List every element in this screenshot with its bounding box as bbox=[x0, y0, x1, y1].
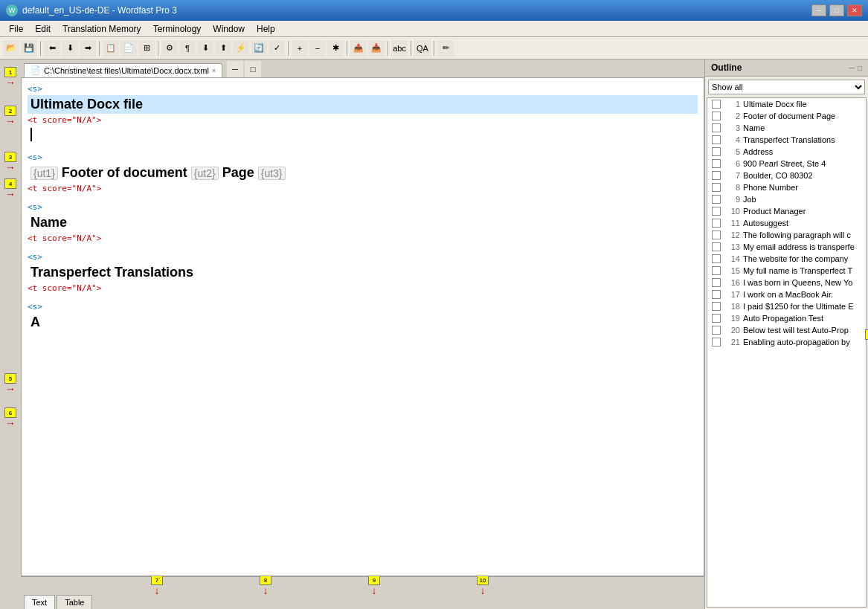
outline-check-16[interactable] bbox=[712, 278, 721, 287]
menu-file[interactable]: File bbox=[3, 22, 29, 36]
tool-open[interactable]: 📂 bbox=[3, 40, 19, 57]
tool-next-seg[interactable]: ⬇ bbox=[62, 40, 78, 57]
tool-lightning[interactable]: ⚡ bbox=[233, 40, 249, 57]
outline-check-14[interactable] bbox=[712, 254, 721, 263]
outline-check-6[interactable] bbox=[712, 159, 721, 168]
outline-item-9[interactable]: 9 Job bbox=[707, 193, 866, 205]
seg-source-1[interactable]: Ultimate Docx file bbox=[28, 95, 698, 114]
outline-item-2[interactable]: 2 Footer of document Page bbox=[707, 110, 866, 122]
tool-qa[interactable]: QA bbox=[414, 40, 431, 57]
editor-tab-table[interactable]: Table bbox=[57, 595, 92, 609]
outline-item-18[interactable]: 18 I paid $1250 for the Ultimate E bbox=[707, 300, 866, 312]
file-tab-bar: 📄 C:\Christine\test files\Ultimate\Docx.… bbox=[21, 59, 704, 77]
outline-item-8[interactable]: 8 Phone Number bbox=[707, 181, 866, 193]
tool-refresh[interactable]: 🔄 bbox=[251, 40, 267, 57]
outline-check-3[interactable] bbox=[712, 123, 721, 132]
outline-filter-select[interactable]: Show all bbox=[708, 80, 865, 94]
outline-num-12: 12 bbox=[724, 231, 740, 239]
file-tab[interactable]: 📄 C:\Christine\test files\Ultimate\Docx.… bbox=[24, 63, 222, 77]
seg-tag-5: <s> bbox=[28, 302, 698, 312]
outline-check-7[interactable] bbox=[712, 171, 721, 180]
tool-prev-seg[interactable]: ⬅ bbox=[44, 40, 60, 57]
outline-check-5[interactable] bbox=[712, 147, 721, 156]
seg-source-4[interactable]: Transperfect Translations bbox=[28, 263, 698, 282]
main-container: 1 → 2 → 3 → 4 → 5 → 6 → 📄 C:\Chris bbox=[0, 59, 868, 609]
ann-item-9: 9 ↓ bbox=[368, 575, 380, 596]
seg-source-3[interactable]: Name bbox=[28, 213, 698, 232]
tool-save[interactable]: 💾 bbox=[21, 40, 37, 57]
menu-translation-memory[interactable]: Translation Memory bbox=[57, 22, 147, 36]
outline-ctrl-maximize[interactable]: □ bbox=[858, 64, 862, 72]
menu-edit[interactable]: Edit bbox=[29, 22, 57, 36]
outline-check-18[interactable] bbox=[712, 302, 721, 311]
outline-check-15[interactable] bbox=[712, 266, 721, 275]
menu-window[interactable]: Window bbox=[207, 22, 251, 36]
outline-item-5[interactable]: 5 Address bbox=[707, 146, 866, 158]
tool-plus[interactable]: + bbox=[292, 40, 308, 57]
outline-check-19[interactable] bbox=[712, 314, 721, 323]
outline-item-13[interactable]: 13 My email address is transperfe bbox=[707, 241, 866, 253]
outline-item-17[interactable]: 17 I work on a MacBook Air. bbox=[707, 289, 866, 300]
outline-check-13[interactable] bbox=[712, 242, 721, 251]
outline-check-10[interactable] bbox=[712, 207, 721, 216]
seg-cursor-1[interactable] bbox=[28, 125, 698, 144]
menu-help[interactable]: Help bbox=[251, 22, 281, 36]
inline-tag-ut2: {ut2} bbox=[191, 167, 219, 180]
file-tab-close[interactable]: × bbox=[212, 67, 216, 74]
outline-check-8[interactable] bbox=[712, 183, 721, 192]
outline-item-6[interactable]: 6 900 Pearl Street, Ste 4 bbox=[707, 158, 866, 170]
menu-terminology[interactable]: Terminology bbox=[147, 22, 208, 36]
outline-check-21[interactable] bbox=[712, 338, 721, 347]
outline-text-10: Product Manager bbox=[743, 207, 861, 216]
tool-down[interactable]: ⬇ bbox=[197, 40, 213, 57]
tool-check[interactable]: ✓ bbox=[269, 40, 285, 57]
outline-check-9[interactable] bbox=[712, 195, 721, 204]
tool-minus[interactable]: − bbox=[309, 40, 326, 57]
outline-item-7[interactable]: 7 Boulder, CO 80302 bbox=[707, 170, 866, 181]
tool-export[interactable]: 📤 bbox=[350, 40, 367, 57]
close-button[interactable]: ✕ bbox=[847, 4, 862, 16]
outline-check-11[interactable] bbox=[712, 219, 721, 228]
outline-item-15[interactable]: 15 My full name is Transperfect T bbox=[707, 265, 866, 277]
ann-item-3: 3 → bbox=[4, 152, 16, 173]
outline-item-20[interactable]: 20 Below test will test Auto-Prop bbox=[707, 324, 866, 336]
tool-spell[interactable]: abc bbox=[391, 40, 408, 57]
editor-area[interactable]: <s> Ultimate Docx file <t score="N/A"> <… bbox=[21, 77, 704, 576]
ann-arrow-4: → bbox=[5, 189, 16, 199]
outline-item-1[interactable]: 1 Ultimate Docx file bbox=[707, 98, 866, 110]
outline-item-16[interactable]: 16 I was born in Queens, New Yo bbox=[707, 277, 866, 289]
tool-next-arrow[interactable]: ➡ bbox=[80, 40, 96, 57]
outline-check-12[interactable] bbox=[712, 231, 721, 239]
outline-check-1[interactable] bbox=[712, 100, 721, 109]
tool-edit-seg[interactable]: ✏ bbox=[437, 40, 454, 57]
outline-item-11[interactable]: 11 Autosuggest bbox=[707, 217, 866, 229]
outline-item-3[interactable]: 3 Name bbox=[707, 122, 866, 134]
minimize-button[interactable]: ─ bbox=[811, 4, 826, 16]
tool-paste[interactable]: 📄 bbox=[120, 40, 137, 57]
outline-ctrl-minimize[interactable]: ─ bbox=[849, 64, 855, 72]
tool-up[interactable]: ⬆ bbox=[215, 40, 231, 57]
tool-copy[interactable]: 📋 bbox=[103, 40, 119, 57]
outline-item-4[interactable]: 4 Transperfect Translations bbox=[707, 134, 866, 146]
outline-item-10[interactable]: 10 Product Manager bbox=[707, 205, 866, 217]
restore-button[interactable]: □ bbox=[829, 4, 844, 16]
outline-check-2[interactable] bbox=[712, 112, 721, 120]
tab-maximize-btn[interactable]: □ bbox=[245, 61, 261, 77]
outline-check-4[interactable] bbox=[712, 135, 721, 144]
outline-list[interactable]: 1 Ultimate Docx file 2 Footer of documen… bbox=[707, 97, 867, 608]
tool-pilcrow[interactable]: ¶ bbox=[179, 40, 196, 57]
outline-item-12[interactable]: 12 The following paragraph will c bbox=[707, 229, 866, 241]
outline-check-20[interactable] bbox=[712, 326, 721, 335]
tool-asterisk[interactable]: ✱ bbox=[327, 40, 344, 57]
outline-item-21[interactable]: 21 Enabling auto-propagation by bbox=[707, 336, 866, 348]
tab-minimize-btn[interactable]: ─ bbox=[227, 61, 243, 77]
editor-tab-text[interactable]: Text bbox=[24, 595, 55, 609]
seg-source-5[interactable]: A bbox=[28, 313, 698, 332]
seg-source-2[interactable]: {ut1} Footer of document {ut2} Page {ut3… bbox=[28, 164, 698, 182]
tool-import[interactable]: 📥 bbox=[368, 40, 385, 57]
tool-grid[interactable]: ⊞ bbox=[138, 40, 155, 57]
outline-item-14[interactable]: 14 The website for the company bbox=[707, 253, 866, 265]
tool-settings[interactable]: ⚙ bbox=[161, 40, 178, 57]
outline-item-19[interactable]: 19 Auto Propagation Test bbox=[707, 312, 866, 324]
outline-check-17[interactable] bbox=[712, 290, 721, 299]
